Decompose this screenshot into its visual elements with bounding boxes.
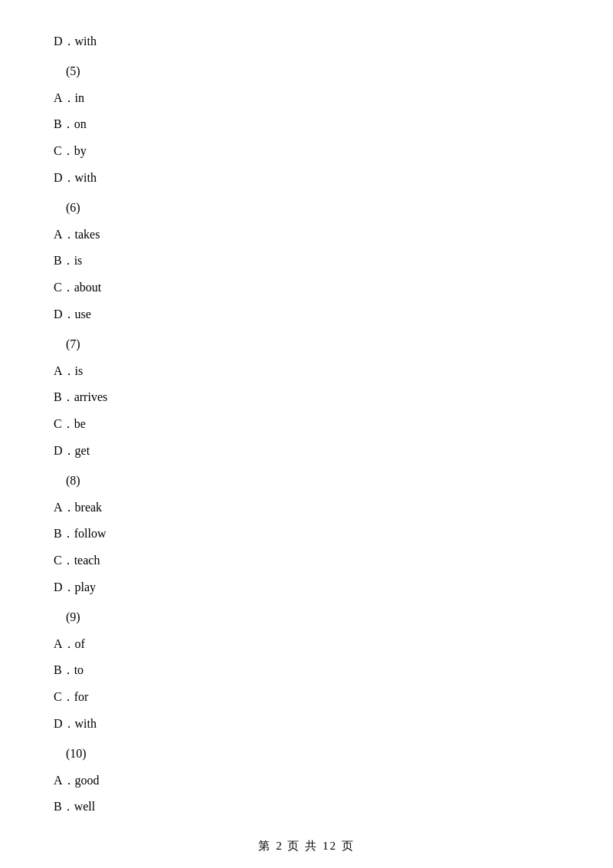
option-a8: A．break [54,497,559,519]
option-b8: B．follow [54,523,559,545]
option-b10: B．well [54,796,559,818]
option-b6: B．is [54,250,559,272]
option-d7: D．get [54,440,559,462]
option-b9: B．to [54,659,559,682]
option-c9: C．for [54,686,559,709]
option-c5: C．by [54,140,559,163]
section-5-number: (5) [54,61,559,83]
option-a6: A．takes [54,224,559,246]
section-8-number: (8) [54,470,559,492]
option-b5: B．on [54,113,559,136]
page-footer: 第 2 页 共 12 页 [0,839,613,853]
option-d6: D．use [54,304,559,326]
option-b7: B．arrives [54,386,559,409]
option-d8: D．play [54,577,559,599]
section-9-number: (9) [54,607,559,629]
option-c8: C．teach [54,550,559,572]
option-c7: C．be [54,413,559,436]
option-c6: C．about [54,277,559,299]
option-a9: A．of [54,633,559,656]
section-6-number: (6) [54,197,559,219]
option-d4: D．with [54,31,559,53]
page-number-text: 第 2 页 共 12 页 [258,840,354,852]
section-7-number: (7) [54,334,559,356]
option-d9: D．with [54,713,559,735]
section-10-number: (10) [54,743,559,765]
option-a10: A．good [54,770,559,792]
option-d5: D．with [54,167,559,189]
option-a7: A．is [54,360,559,383]
option-a5: A．in [54,87,559,110]
